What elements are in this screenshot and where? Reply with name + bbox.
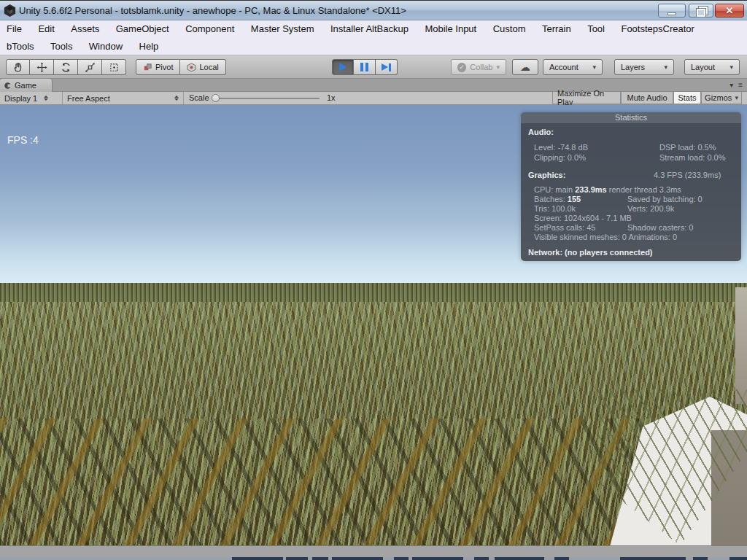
mute-audio-toggle[interactable]: Mute Audio (621, 92, 673, 104)
graphics-fps: 4.3 FPS (233.9ms) (654, 171, 721, 179)
fps-counter-overlay: FPS :4 (7, 134, 39, 146)
menu-terrain[interactable]: Terrain (535, 20, 578, 38)
cloud-services-button[interactable]: ☁ (512, 59, 538, 75)
layout-caret-icon: ▾ (729, 63, 733, 71)
skinned-meshes-row: Visible skinned meshes: 0 Animations: 0 (534, 233, 734, 241)
batches-row: Batches: 155 Saved by batching: 0 (534, 195, 734, 203)
menu-tools[interactable]: Tools (44, 38, 79, 55)
cpu-row: CPU: main 233.9ms render thread 3.3ms (534, 185, 734, 194)
transform-tools-group (6, 59, 126, 75)
collab-label: Collab (470, 63, 492, 71)
menu-help[interactable]: Help (133, 38, 166, 55)
menu-edit[interactable]: Edit (31, 20, 61, 38)
rect-tool-button[interactable] (102, 59, 126, 75)
unity-logo-icon (3, 4, 17, 18)
account-dropdown[interactable]: Account ▾ (543, 59, 603, 75)
scale-value: 1x (327, 93, 336, 102)
layers-dropdown[interactable]: Layers ▾ (614, 59, 674, 75)
move-tool-button[interactable] (30, 59, 54, 75)
layers-caret-icon: ▾ (664, 63, 667, 71)
menu-footstepscreator[interactable]: FootstepsCreator (614, 20, 700, 38)
playback-controls (332, 59, 398, 75)
minimize-button[interactable] (658, 4, 686, 18)
batches-prefix: Batches: (534, 195, 568, 203)
maximize-on-play-toggle[interactable]: Maximize On Play (552, 92, 621, 104)
menu-master-system[interactable]: Master System (244, 20, 321, 38)
pivot-toggle-button[interactable]: Pivot (136, 59, 180, 75)
menu-installer-altbackup[interactable]: Installer AltBackup (324, 20, 415, 38)
rotate-tool-button[interactable] (54, 59, 78, 75)
grass-horizon (0, 283, 747, 302)
layers-label: Layers (621, 63, 645, 71)
menu-tool[interactable]: Tool (581, 20, 611, 38)
popup-arrows-icon (174, 96, 179, 101)
menu-component[interactable]: Component (179, 20, 241, 38)
cpu-main-time: 233.9ms (575, 185, 606, 194)
cpu-render-thread: render thread 3.3ms (607, 185, 681, 194)
stats-label: Stats (678, 93, 696, 102)
rotate-icon (61, 62, 71, 73)
scale-slider-track[interactable] (213, 98, 320, 99)
skinned-meshes: Visible skinned meshes: 0 Animations: 0 (534, 233, 677, 241)
account-caret-icon: ▾ (592, 63, 596, 71)
tab-options-menu-icon[interactable]: ▾ ≡ (729, 81, 744, 89)
tab-game[interactable]: Game (0, 79, 53, 92)
account-label: Account (549, 63, 578, 71)
restore-button[interactable] (689, 4, 713, 18)
taskbar-edge (0, 557, 747, 560)
graphics-row: Graphics: 4.3 FPS (233.9ms) (528, 171, 734, 179)
display-dropdown[interactable]: Display 1 (0, 92, 63, 104)
menu-custom[interactable]: Custom (487, 20, 533, 38)
cpu-prefix: CPU: main (534, 185, 575, 194)
game-tab-bar: Game ▾ ≡ (0, 79, 747, 92)
stream-load: Stream load: 0.0% (659, 153, 726, 162)
menu-btools[interactable]: bTools (0, 38, 41, 55)
gizmos-label: Gizmos (705, 93, 732, 102)
local-toggle-button[interactable]: Local (180, 59, 225, 75)
menu-file[interactable]: File (0, 20, 28, 38)
menu-assets[interactable]: Assets (64, 20, 106, 38)
hand-tool-button[interactable] (6, 59, 30, 75)
shadow-casters: Shadow casters: 0 (627, 223, 694, 232)
layout-dropdown[interactable]: Layout ▾ (684, 59, 740, 75)
title-bar: Unity 5.6.6f2 Personal - totsblamk.unity… (0, 0, 747, 20)
menu-bar-row1: File Edit Assets GameObject Component Ma… (0, 20, 747, 38)
tab-game-label: Game (15, 81, 36, 90)
mute-audio-label: Mute Audio (627, 93, 667, 102)
menu-bar-row2: bTools Tools Window Help (0, 38, 747, 55)
scale-tool-button[interactable] (78, 59, 102, 75)
close-button[interactable]: ✕ (715, 4, 744, 18)
gizmos-dropdown[interactable]: Gizmos ▾ (701, 92, 742, 104)
close-icon: ✕ (726, 5, 734, 16)
scale-slider-thumb[interactable] (212, 94, 220, 102)
audio-level-row: Level: -74.8 dB DSP load: 0.5% (534, 143, 734, 152)
step-button[interactable] (376, 59, 398, 75)
menu-mobile-input[interactable]: Mobile Input (418, 20, 483, 38)
move-icon (36, 62, 47, 73)
display-dropdown-label: Display 1 (4, 94, 37, 103)
play-button[interactable] (332, 59, 354, 75)
batches-value: 155 (568, 195, 581, 203)
game-view-icon (4, 82, 12, 90)
menu-window[interactable]: Window (82, 38, 129, 55)
screen-row: Screen: 1024x604 - 7.1 MB (534, 214, 734, 222)
setpass-row: SetPass calls: 45 Shadow casters: 0 (534, 223, 734, 232)
scale-icon (85, 62, 96, 73)
statistics-title: Statistics (521, 112, 741, 123)
menu-gameobject[interactable]: GameObject (109, 20, 176, 38)
collab-button[interactable]: ✓ Collab ▾ (451, 59, 506, 75)
minimize-icon (667, 12, 676, 15)
setpass-calls: SetPass calls: 45 (534, 223, 595, 232)
hand-icon (12, 62, 23, 73)
step-icon (382, 63, 391, 71)
aspect-dropdown-label: Free Aspect (67, 94, 110, 103)
stats-toggle[interactable]: Stats (673, 92, 701, 104)
unity-editor-window: Unity 5.6.6f2 Personal - totsblamk.unity… (0, 0, 747, 560)
main-toolbar: Pivot Local ✓ Collab ▾ ☁ Account ▾ (0, 55, 747, 79)
pause-button[interactable] (354, 59, 376, 75)
pivot-label: Pivot (155, 63, 173, 71)
aspect-dropdown[interactable]: Free Aspect (63, 92, 184, 104)
layout-label: Layout (691, 63, 715, 71)
audio-clipping: Clipping: 0.0% (534, 153, 586, 162)
maximize-on-play-label: Maximize On Play (557, 89, 616, 106)
